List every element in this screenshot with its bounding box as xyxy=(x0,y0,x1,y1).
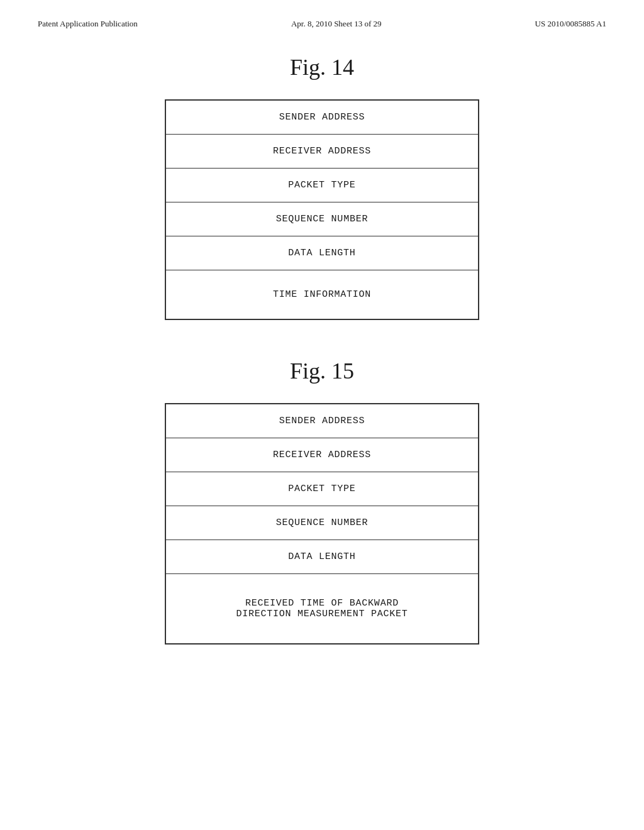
figure-14-section: Fig. 14 SENDER ADDRESS RECEIVER ADDRESS … xyxy=(38,54,606,320)
figure-14-title: Fig. 14 xyxy=(38,54,606,80)
table-row: SEQUENCE NUMBER xyxy=(166,506,478,540)
table-row: DATA LENGTH xyxy=(166,540,478,574)
table-row: SENDER ADDRESS xyxy=(166,404,478,438)
table-row: PACKET TYPE xyxy=(166,472,478,506)
table-row: PACKET TYPE xyxy=(166,169,478,202)
table-row: SENDER ADDRESS xyxy=(166,101,478,135)
figure-15-table: SENDER ADDRESS RECEIVER ADDRESS PACKET T… xyxy=(165,403,479,645)
table-row: SEQUENCE NUMBER xyxy=(166,202,478,236)
page-header: Patent Application Publication Apr. 8, 2… xyxy=(38,19,606,29)
table-row: DATA LENGTH xyxy=(166,236,478,270)
header-center: Apr. 8, 2010 Sheet 13 of 29 xyxy=(291,19,382,29)
table-row-time-info: TIME INFORMATION xyxy=(166,270,478,319)
figure-14-table: SENDER ADDRESS RECEIVER ADDRESS PACKET T… xyxy=(165,99,479,320)
table-row: RECEIVER ADDRESS xyxy=(166,438,478,472)
figure-15-title: Fig. 15 xyxy=(38,358,606,384)
figure-15-section: Fig. 15 SENDER ADDRESS RECEIVER ADDRESS … xyxy=(38,358,606,645)
header-right: US 2010/0085885 A1 xyxy=(535,19,606,29)
header-left: Patent Application Publication xyxy=(38,19,138,29)
table-row: RECEIVER ADDRESS xyxy=(166,135,478,169)
table-row-received-time: RECEIVED TIME OF BACKWARDDIRECTION MEASU… xyxy=(166,574,478,643)
